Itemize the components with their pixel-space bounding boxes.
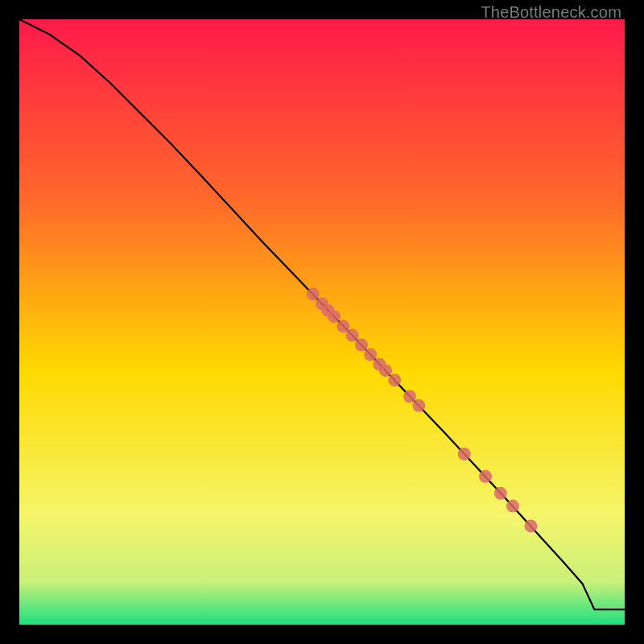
data-point (307, 287, 320, 300)
data-point (379, 364, 392, 377)
watermark-text: TheBottleneck.com (481, 3, 621, 22)
data-points (307, 287, 538, 532)
data-point (458, 448, 471, 460)
data-point (494, 487, 507, 500)
data-point (364, 349, 377, 361)
data-point (388, 374, 401, 386)
data-point (506, 500, 519, 513)
chart-container: TheBottleneck.com (0, 0, 644, 644)
chart-svg (19, 19, 625, 625)
data-point (524, 519, 537, 532)
data-point (479, 470, 492, 483)
data-point (328, 310, 341, 323)
plot-area (19, 19, 625, 625)
data-point (412, 399, 425, 412)
data-point (346, 329, 359, 342)
data-point (403, 390, 416, 403)
data-point (355, 339, 368, 352)
